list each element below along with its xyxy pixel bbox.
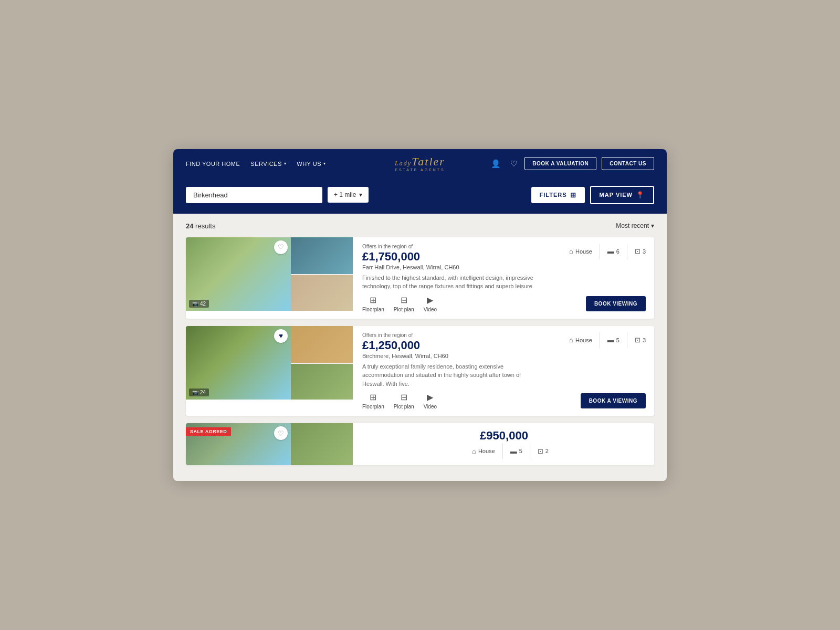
- nav-services[interactable]: SERVICES ▾: [250, 161, 286, 167]
- address: Farr Hall Drive, Heswall, Wirral, CH60: [362, 264, 569, 270]
- favorite-button[interactable]: ♡: [274, 426, 288, 440]
- thumbnail-images: [291, 326, 353, 416]
- price: £1,250,000: [362, 339, 569, 352]
- video-action[interactable]: ▶ Video: [424, 392, 437, 410]
- card-images: SALE AGREED ♡: [186, 423, 354, 465]
- video-action[interactable]: ▶ Video: [424, 295, 437, 312]
- bed-icon: ▬: [510, 447, 517, 455]
- thumbnail-images: [291, 423, 353, 465]
- favorite-button[interactable]: ♥: [274, 329, 288, 343]
- bedrooms: ▬ 5: [510, 447, 522, 455]
- logo-text: LadyTatler: [395, 156, 445, 167]
- nav-right: 👤 ♡ BOOK A VALUATION CONTACT US: [489, 157, 654, 171]
- bath-icon: ⊡: [635, 336, 640, 344]
- price: £950,000: [480, 429, 528, 442]
- card-top: Offers in the region of £1,250,000 Birch…: [362, 332, 646, 359]
- main-content: 24 results Most recent ▾ 📷 42 ♡: [173, 214, 667, 481]
- search-bar: + 1 mile ▾ FILTERS ⊞ MAP VIEW 📍: [173, 178, 667, 214]
- results-count: 24 results: [186, 222, 215, 230]
- main-property-image[interactable]: SALE AGREED ♡: [186, 423, 291, 465]
- thumbnail-image-1[interactable]: [291, 423, 353, 465]
- card-top: Offers in the region of £1,750,000 Farr …: [362, 244, 646, 270]
- camera-icon: 📷: [192, 390, 198, 395]
- book-viewing-button[interactable]: BOOK A VIEWING: [581, 393, 646, 408]
- bathrooms: ⊡ 3: [635, 247, 646, 255]
- photo-count: 📷 42: [189, 300, 209, 308]
- divider: [627, 244, 627, 259]
- nav-find-your-home[interactable]: FIND YOUR HOME: [186, 161, 240, 167]
- bedrooms: ▬ 6: [607, 247, 620, 255]
- divider: [600, 244, 600, 259]
- floorplan-action[interactable]: ⊞ Floorplan: [362, 295, 384, 312]
- plot-plan-icon: ⊟: [401, 295, 407, 305]
- address: Birchmere, Heswall, Wirral, CH60: [362, 353, 569, 359]
- browser-window: FIND YOUR HOME SERVICES ▾ WHY US ▾ LadyT…: [173, 149, 667, 481]
- card-actions: ⊞ Floorplan ⊟ Plot plan ▶ Video: [362, 392, 437, 410]
- search-input[interactable]: [193, 191, 315, 199]
- card-info: Offers in the region of £1,250,000 Birch…: [354, 326, 654, 416]
- thumbnail-image-2[interactable]: [291, 274, 353, 311]
- book-viewing-button[interactable]: BOOK VIEWING: [586, 296, 646, 311]
- bathrooms: ⊡ 2: [538, 447, 549, 455]
- price-section: £950,000: [480, 429, 528, 443]
- logo[interactable]: LadyTatler ESTATE AGENTS: [395, 156, 445, 172]
- plot-plan-action[interactable]: ⊟ Plot plan: [394, 295, 414, 312]
- camera-icon: 📷: [192, 301, 198, 307]
- plot-plan-action[interactable]: ⊟ Plot plan: [394, 392, 414, 410]
- house-icon: ⌂: [569, 336, 573, 344]
- book-valuation-button[interactable]: BOOK A VALUATION: [524, 157, 596, 170]
- property-attributes: ⌂ House ▬ 5 ⊡ 3: [569, 332, 646, 348]
- bath-icon: ⊡: [635, 247, 640, 255]
- thumbnail-image-1[interactable]: [291, 237, 353, 274]
- card-bottom: ⊞ Floorplan ⊟ Plot plan ▶ Video BOOK A V…: [362, 392, 646, 410]
- price-section: Offers in the region of £1,750,000 Farr …: [362, 244, 569, 270]
- property-description: Finished to the highest standard, with i…: [362, 274, 541, 291]
- nav-why-us[interactable]: WHY US ▾: [297, 161, 326, 167]
- card-images: 📷 42 ♡: [186, 237, 354, 319]
- thumbnail-image-2[interactable]: [291, 363, 353, 400]
- floorplan-icon: ⊞: [370, 295, 376, 305]
- services-chevron-icon: ▾: [284, 161, 287, 166]
- bath-icon: ⊡: [538, 447, 543, 455]
- why-us-chevron-icon: ▾: [323, 161, 326, 166]
- card-info: £950,000 ⌂ House ▬ 5 ⊡ 2: [354, 423, 654, 465]
- offers-label: Offers in the region of: [362, 332, 569, 338]
- sort-chevron-icon: ▾: [651, 222, 654, 229]
- card-bottom: ⊞ Floorplan ⊟ Plot plan ▶ Video BOOK VIE…: [362, 295, 646, 312]
- map-view-button[interactable]: MAP VIEW 📍: [590, 186, 654, 204]
- distance-dropdown[interactable]: + 1 mile ▾: [328, 187, 369, 203]
- heart-icon: ♡: [278, 243, 284, 251]
- bathrooms: ⊡ 3: [635, 336, 646, 344]
- divider: [627, 332, 627, 348]
- bed-icon: ▬: [607, 247, 614, 255]
- property-description: A truly exceptional family residence, bo…: [362, 362, 541, 388]
- sort-dropdown[interactable]: Most recent ▾: [616, 222, 654, 229]
- divider: [600, 332, 600, 348]
- divider: [530, 443, 530, 459]
- floorplan-action[interactable]: ⊞ Floorplan: [362, 392, 384, 410]
- divider: [502, 443, 503, 459]
- user-icon: 👤: [491, 159, 501, 169]
- distance-chevron-icon: ▾: [359, 191, 362, 198]
- thumbnail-images: [291, 237, 353, 319]
- heart-icon: ♡: [510, 159, 517, 169]
- property-type: ⌂ House: [569, 247, 592, 255]
- main-property-image[interactable]: 📷 24 ♥: [186, 326, 291, 400]
- card-images: 📷 24 ♥: [186, 326, 354, 416]
- photo-count: 📷 24: [189, 388, 209, 396]
- search-right: FILTERS ⊞ MAP VIEW 📍: [531, 186, 654, 204]
- bed-icon: ▬: [607, 336, 614, 344]
- thumbnail-image-1[interactable]: [291, 326, 353, 363]
- offers-label: Offers in the region of: [362, 244, 569, 249]
- favorites-icon-button[interactable]: ♡: [508, 157, 519, 171]
- floorplan-icon: ⊞: [370, 392, 376, 402]
- filters-button[interactable]: FILTERS ⊞: [531, 187, 585, 203]
- card-actions: ⊞ Floorplan ⊟ Plot plan ▶ Video: [362, 295, 437, 312]
- property-type: ⌂ House: [472, 447, 495, 455]
- user-icon-button[interactable]: 👤: [489, 157, 503, 171]
- favorite-button[interactable]: ♡: [274, 240, 288, 254]
- main-property-image[interactable]: 📷 42 ♡: [186, 237, 291, 311]
- logo-subtitle: ESTATE AGENTS: [395, 168, 445, 172]
- contact-us-button[interactable]: CONTACT US: [602, 157, 654, 170]
- property-card: 📷 24 ♥ Offers in the region of £1,2: [186, 326, 654, 416]
